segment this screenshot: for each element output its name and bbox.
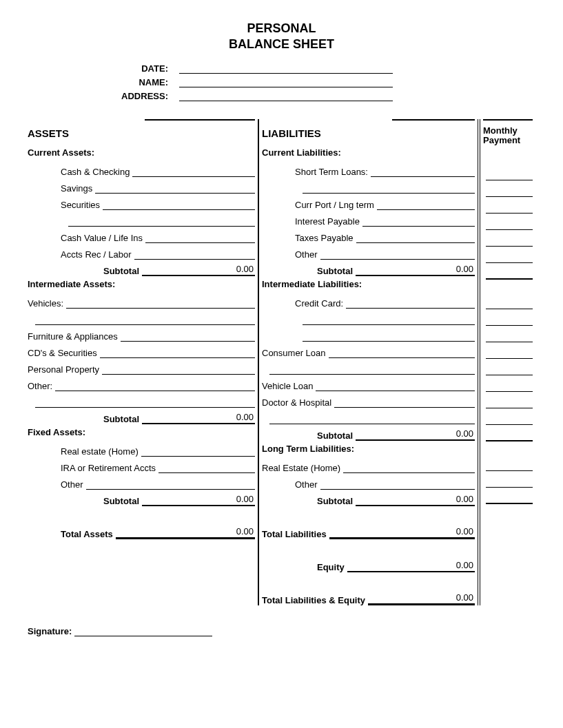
row-blank-a1: x xyxy=(28,210,255,227)
row-total-liabilities: Total Liabilities0.00 xyxy=(262,523,475,539)
row-blank-l3: x xyxy=(262,325,475,342)
date-input-line[interactable] xyxy=(179,63,393,74)
row-other-fixed: Other xyxy=(28,473,255,490)
input-cashvalue[interactable] xyxy=(145,227,255,243)
pay-row xyxy=(483,375,533,392)
monthly-payment-column: Monthly Payment xyxy=(478,119,533,605)
liab-top-rule xyxy=(392,119,475,121)
row-intermediate-assets-subtotal: Subtotal0.00 xyxy=(28,408,255,424)
row-blank-l1: x xyxy=(262,177,475,194)
row-current-liab-subtotal: Subtotal0.00 xyxy=(262,260,475,276)
address-label: ADDRESS: xyxy=(28,91,179,101)
row-ira: IRA or Retirement Accts xyxy=(28,457,255,473)
signature-line[interactable] xyxy=(74,627,212,636)
input-realestate-l[interactable] xyxy=(343,457,475,473)
input-realestate[interactable] xyxy=(141,440,255,457)
row-blank-l4: x xyxy=(262,358,475,375)
input-accts[interactable] xyxy=(134,243,255,260)
document-title: PERSONAL BALANCE SHEET xyxy=(28,21,535,53)
row-accts: Accts Rec / Labor xyxy=(28,243,255,260)
row-cashvalue: Cash Value / Life Ins xyxy=(28,227,255,243)
pay-row xyxy=(483,230,533,247)
liabilities-heading: LIABILITIES xyxy=(262,127,475,139)
pay-row xyxy=(483,197,533,214)
row-interest: Interest Payable xyxy=(262,210,475,227)
row-personal: Personal Property xyxy=(28,358,255,375)
input-cds[interactable] xyxy=(100,342,255,358)
input-other-int[interactable] xyxy=(55,375,255,391)
current-assets-heading: Current Assets: xyxy=(28,147,255,158)
input-other-lt[interactable] xyxy=(320,473,475,490)
longterm-liab-heading: Long Term Liabilities: xyxy=(262,444,475,454)
input-savings[interactable] xyxy=(95,177,255,194)
row-current-assets-subtotal: Subtotal0.00 xyxy=(28,260,255,276)
row-total-assets: Total Assets0.00 xyxy=(28,523,255,539)
row-fixed-assets-subtotal: Subtotal0.00 xyxy=(28,490,255,506)
input-consumer[interactable] xyxy=(329,342,475,358)
row-securities: Securities xyxy=(28,194,255,210)
row-other-cl: Other xyxy=(262,243,475,260)
header-name-row: NAME: xyxy=(28,76,535,87)
row-savings: Savings xyxy=(28,177,255,194)
row-other-int: Other: xyxy=(28,375,255,391)
row-consumer: Consumer Loan xyxy=(262,342,475,358)
input-other-fixed[interactable] xyxy=(86,473,255,490)
input-doctor[interactable] xyxy=(334,391,475,408)
assets-column: ASSETS Current Assets: Cash & Checking S… xyxy=(28,119,255,605)
liabilities-column: LIABILITIES Current Liabilities: Short T… xyxy=(258,119,475,605)
row-blank-a2: x xyxy=(28,309,255,325)
row-vehicles: Vehicles: xyxy=(28,292,255,309)
row-longterm-liab-subtotal: Subtotal0.00 xyxy=(262,490,475,506)
pay-row xyxy=(483,309,533,326)
input-vehicle-loan[interactable] xyxy=(316,375,475,391)
name-input-line[interactable] xyxy=(179,76,393,87)
header-date-row: DATE: xyxy=(28,63,535,74)
pay-row xyxy=(483,263,533,280)
assets-top-rule xyxy=(145,119,255,121)
signature-label: Signature: xyxy=(28,626,72,636)
row-cds: CD's & Securities xyxy=(28,342,255,358)
row-curr-port: Curr Port / Lng term xyxy=(262,194,475,210)
date-label: DATE: xyxy=(28,63,179,74)
input-cash[interactable] xyxy=(132,160,255,177)
monthly-payment-heading: Monthly Payment xyxy=(483,126,533,146)
row-cash: Cash & Checking xyxy=(28,160,255,177)
header-address-row: ADDRESS: xyxy=(28,90,535,101)
balance-sheet-body: ASSETS Current Assets: Cash & Checking S… xyxy=(28,119,535,605)
intermediate-liab-heading: Intermediate Liabilities: xyxy=(262,279,475,289)
pay-row xyxy=(483,293,533,309)
input-interest[interactable] xyxy=(362,210,475,227)
input-curr-port[interactable] xyxy=(377,194,475,210)
row-furniture: Furniture & Appliances xyxy=(28,325,255,342)
input-short-loans[interactable] xyxy=(371,160,475,177)
row-total-liab-equity: Total Liabilities & Equity0.00 xyxy=(262,589,475,605)
pay-row xyxy=(483,488,533,504)
assets-heading: ASSETS xyxy=(28,127,255,139)
row-taxes: Taxes Payable xyxy=(262,227,475,243)
input-vehicles[interactable] xyxy=(66,292,255,309)
pay-row xyxy=(483,359,533,375)
row-blank-l2: x xyxy=(262,309,475,325)
pay-row xyxy=(483,247,533,263)
input-furniture[interactable] xyxy=(121,325,255,342)
pay-row xyxy=(483,164,533,180)
pay-row xyxy=(483,342,533,359)
row-credit: Credit Card: xyxy=(262,292,475,309)
input-personal[interactable] xyxy=(102,358,255,375)
row-realestate-l: Real Estate (Home) xyxy=(262,457,475,473)
pay-row xyxy=(483,425,533,441)
row-blank-a3: x xyxy=(28,391,255,408)
current-liab-heading: Current Liabilities: xyxy=(262,147,475,158)
row-intermediate-liab-subtotal: Subtotal0.00 xyxy=(262,424,475,441)
input-securities[interactable] xyxy=(103,194,255,210)
pay-row xyxy=(483,180,533,197)
fixed-assets-heading: Fixed Assets: xyxy=(28,427,255,437)
row-blank-l5: x xyxy=(262,408,475,424)
address-input-line[interactable] xyxy=(179,90,393,101)
input-taxes[interactable] xyxy=(356,227,475,243)
input-ira[interactable] xyxy=(158,457,255,473)
input-credit[interactable] xyxy=(346,292,475,309)
row-vehicle-loan: Vehicle Loan xyxy=(262,375,475,391)
input-other-cl[interactable] xyxy=(320,243,475,260)
pay-row xyxy=(483,214,533,230)
